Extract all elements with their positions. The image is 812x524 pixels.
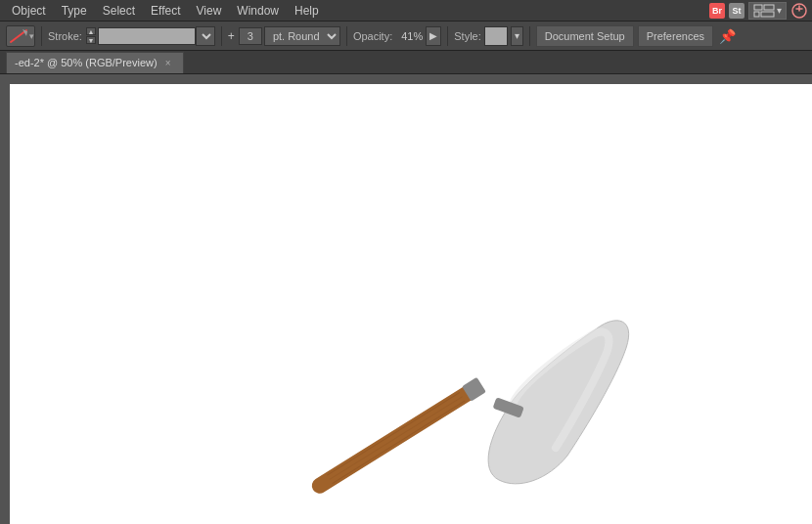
stroke-control: Stroke: ▲ ▼ ▾ bbox=[48, 26, 215, 46]
artboard bbox=[10, 84, 812, 524]
separator-3 bbox=[346, 26, 347, 46]
svg-rect-1 bbox=[764, 5, 774, 10]
tab-label: -ed-2* @ 50% (RGB/Preview) bbox=[15, 57, 158, 68]
menu-window[interactable]: Window bbox=[229, 2, 287, 20]
menu-select[interactable]: Select bbox=[95, 2, 143, 20]
pin-button[interactable]: 📌 bbox=[717, 28, 738, 44]
options-toolbar: ▾ Stroke: ▲ ▼ ▾ + pt. Round pt. Flat px … bbox=[0, 22, 812, 51]
workspace-switcher[interactable]: ▾ bbox=[748, 2, 787, 20]
stroke-color-swatch[interactable] bbox=[98, 27, 196, 45]
stroke-color-dropdown[interactable]: ▾ bbox=[196, 26, 215, 46]
separator-4 bbox=[447, 26, 448, 46]
stroke-up[interactable]: ▲ bbox=[86, 27, 96, 35]
main-content bbox=[0, 74, 812, 524]
style-dropdown[interactable]: ▾ bbox=[511, 26, 523, 46]
opacity-group: Opacity: 41% ▶ bbox=[353, 26, 441, 46]
menu-type[interactable]: Type bbox=[54, 2, 95, 20]
opacity-arrow[interactable]: ▶ bbox=[426, 26, 441, 46]
menu-bar: Object Type Select Effect View Window He… bbox=[0, 0, 812, 22]
svg-line-10 bbox=[333, 401, 466, 484]
menu-effect[interactable]: Effect bbox=[143, 2, 188, 20]
stroke-size-group: + pt. Round pt. Flat px bbox=[228, 26, 340, 46]
stroke-label: Stroke: bbox=[48, 30, 82, 42]
plus-icon: + bbox=[228, 29, 235, 43]
style-label: Style: bbox=[454, 30, 481, 42]
style-swatch[interactable] bbox=[484, 26, 508, 46]
menu-object[interactable]: Object bbox=[4, 2, 54, 20]
stroke-arrows[interactable]: ▲ ▼ bbox=[86, 27, 96, 44]
stroke-down[interactable]: ▼ bbox=[86, 36, 96, 44]
separator-1 bbox=[41, 26, 42, 46]
canvas-area[interactable] bbox=[0, 74, 812, 524]
preferences-button[interactable]: Preferences bbox=[638, 25, 713, 47]
tool-indicator[interactable]: ▾ bbox=[6, 25, 35, 47]
tab-bar: -ed-2* @ 50% (RGB/Preview) × bbox=[0, 51, 812, 74]
menu-view[interactable]: View bbox=[189, 2, 230, 20]
svg-line-8 bbox=[327, 392, 460, 475]
svg-rect-3 bbox=[761, 12, 774, 17]
menu-help[interactable]: Help bbox=[287, 2, 327, 20]
canvas-svg bbox=[10, 84, 812, 524]
shovel-head bbox=[488, 321, 629, 484]
stock-button[interactable]: St bbox=[729, 3, 744, 19]
svg-line-9 bbox=[330, 397, 463, 480]
document-setup-button[interactable]: Document Setup bbox=[536, 25, 634, 47]
opacity-label: Opacity: bbox=[353, 30, 392, 42]
document-tab[interactable]: -ed-2* @ 50% (RGB/Preview) × bbox=[6, 52, 184, 73]
opacity-value: 41% bbox=[395, 30, 423, 42]
size-unit-dropdown[interactable]: pt. Round pt. Flat px bbox=[264, 26, 340, 46]
separator-5 bbox=[529, 26, 530, 46]
svg-rect-0 bbox=[754, 5, 762, 10]
style-group: Style: ▾ bbox=[454, 26, 523, 46]
tab-close-button[interactable]: × bbox=[163, 58, 173, 68]
svg-rect-2 bbox=[754, 12, 759, 17]
bridge-button[interactable]: Br bbox=[709, 3, 725, 19]
size-input[interactable] bbox=[239, 27, 262, 45]
plugin-icon[interactable] bbox=[790, 2, 808, 20]
separator-2 bbox=[221, 26, 222, 46]
